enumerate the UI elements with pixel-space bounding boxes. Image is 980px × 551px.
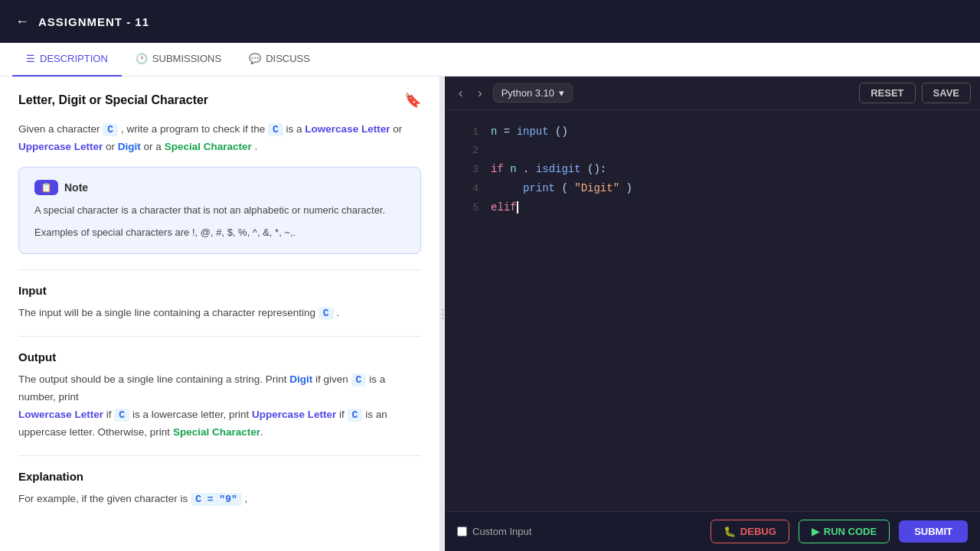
digit-link[interactable]: Digit xyxy=(118,141,141,152)
discuss-icon: 💬 xyxy=(249,53,261,64)
submissions-icon: 🕐 xyxy=(136,53,148,64)
out-t1: The output should be a single line conta… xyxy=(18,373,286,385)
or1-text: or xyxy=(393,123,402,135)
divider-2 xyxy=(18,336,421,337)
debug-icon: 🐛 xyxy=(724,526,736,537)
code-line-4: 4 print ( "Digit" ) xyxy=(445,179,980,198)
tab-description[interactable]: ☰ DESCRIPTION xyxy=(12,43,122,77)
bookmark-icon[interactable]: 🔖 xyxy=(404,92,421,109)
input-title: Input xyxy=(18,284,421,297)
special-character-link[interactable]: Special Character xyxy=(165,141,252,152)
custom-input-text: Custom Input xyxy=(472,526,531,537)
tab-submissions-label: SUBMISSIONS xyxy=(152,53,221,64)
back-button[interactable]: ← xyxy=(15,14,29,30)
output-section: Output The output should be a single lin… xyxy=(18,350,421,442)
line-num-4: 4 xyxy=(457,180,479,197)
code-editor[interactable]: 1 n = input () 2 3 if n . isdigit xyxy=(445,110,980,511)
line-num-2: 2 xyxy=(457,142,479,159)
input-suffix: . xyxy=(336,307,339,318)
code-line-5: 5 elif xyxy=(445,198,980,217)
submit-button[interactable]: SUBMIT xyxy=(899,520,968,543)
language-selector[interactable]: Python 3.10 ▾ xyxy=(493,83,573,103)
c-var-2: C xyxy=(268,123,283,136)
line-num-3: 3 xyxy=(457,161,479,178)
bottom-bar: Custom Input 🐛 DEBUG ▶ RUN CODE SUBMIT xyxy=(445,511,980,551)
save-button[interactable]: SAVE xyxy=(922,83,971,103)
explanation-title: Explanation xyxy=(18,470,421,483)
out-c2: C xyxy=(114,409,129,422)
divider-1 xyxy=(18,269,421,270)
editor-next-button[interactable]: › xyxy=(473,85,486,102)
topbar: ← ASSIGNMENT - 11 xyxy=(0,0,980,43)
or-a-text: or a xyxy=(144,141,162,152)
line-num-5: 5 xyxy=(457,199,479,217)
right-panel: ‹ › Python 3.10 ▾ RESET SAVE 1 n = input… xyxy=(445,77,980,551)
custom-input-label[interactable]: Custom Input xyxy=(457,526,531,537)
explanation-text: For example, if the given character is C… xyxy=(18,491,421,508)
left-panel: Letter, Digit or Special Character 🔖 Giv… xyxy=(0,77,440,551)
c-var-1: C xyxy=(103,123,118,136)
chevron-down-icon: ▾ xyxy=(559,87,564,99)
reset-button[interactable]: RESET xyxy=(859,83,915,103)
problem-title-row: Letter, Digit or Special Character 🔖 xyxy=(18,92,421,109)
out-c1: C xyxy=(351,373,367,386)
debug-label: DEBUG xyxy=(740,526,776,537)
editor-cursor xyxy=(517,201,518,214)
line-content-1: n = input () xyxy=(491,122,568,142)
out-t8: . xyxy=(260,426,263,438)
out-special: Special Character xyxy=(173,426,260,438)
note-title: Note xyxy=(64,181,88,194)
line-num-1: 1 xyxy=(457,123,479,141)
description-icon: ☰ xyxy=(26,53,35,64)
out-t5: is a lowercase letter, print xyxy=(132,409,249,420)
tab-discuss-label: DISCUSS xyxy=(266,53,310,64)
out-t2: if given xyxy=(315,373,348,385)
input-prefix: The input will be a single line containi… xyxy=(18,307,315,318)
run-icon: ▶ xyxy=(812,526,819,537)
language-label: Python 3.10 xyxy=(501,87,554,99)
note-icon: 📋 xyxy=(34,180,58,195)
tab-discuss[interactable]: 💬 DISCUSS xyxy=(235,43,324,77)
note-text-2: Examples of special characters are !, @,… xyxy=(34,225,405,241)
out-lowercase: Lowercase Letter xyxy=(18,409,103,420)
line-content-3: if n . isdigit (): xyxy=(491,160,606,179)
exp-comma: , xyxy=(245,493,248,504)
out-t4: if xyxy=(106,409,112,420)
assignment-title: ASSIGNMENT - 11 xyxy=(38,15,149,28)
is-a-text: is a xyxy=(286,123,302,135)
or2-text: or xyxy=(106,141,115,152)
divider-3 xyxy=(18,455,421,456)
exp-c-var: C = "9" xyxy=(191,493,242,506)
run-label: RUN CODE xyxy=(824,526,877,537)
input-section: Input The input will be a single line co… xyxy=(18,284,421,322)
custom-input-checkbox[interactable] xyxy=(457,527,467,536)
uppercase-letter-link[interactable]: Uppercase Letter xyxy=(18,141,103,152)
tab-description-label: DESCRIPTION xyxy=(40,53,108,64)
problem-title-text: Letter, Digit or Special Character xyxy=(18,93,208,107)
editor-prev-button[interactable]: ‹ xyxy=(454,85,467,102)
problem-description: Given a character C , write a program to… xyxy=(18,121,421,156)
desc-middle: , write a program to check if the xyxy=(121,123,265,135)
out-t6: if xyxy=(339,409,345,420)
note-header: 📋 Note xyxy=(34,180,405,195)
output-text: The output should be a single line conta… xyxy=(18,371,421,442)
code-line-3: 3 if n . isdigit (): xyxy=(445,160,980,179)
desc-prefix: Given a character xyxy=(18,123,100,135)
debug-button[interactable]: 🐛 DEBUG xyxy=(710,520,789,543)
run-code-button[interactable]: ▶ RUN CODE xyxy=(799,520,890,543)
out-uppercase: Uppercase Letter xyxy=(252,409,336,420)
main-layout: Letter, Digit or Special Character 🔖 Giv… xyxy=(0,77,980,551)
line-content-5: elif xyxy=(491,198,518,217)
out-digit: Digit xyxy=(289,373,312,385)
explanation-section: Explanation For example, if the given ch… xyxy=(18,470,421,508)
input-text: The input will be a single line containi… xyxy=(18,305,421,322)
code-line-1: 1 n = input () xyxy=(445,122,980,142)
tab-bar: ☰ DESCRIPTION 🕐 SUBMISSIONS 💬 DISCUSS xyxy=(0,43,980,77)
editor-toolbar: ‹ › Python 3.10 ▾ RESET SAVE xyxy=(445,77,980,110)
out-c3: C xyxy=(348,409,363,422)
lowercase-letter-link[interactable]: Lowercase Letter xyxy=(305,123,390,135)
note-box: 📋 Note A special character is a characte… xyxy=(18,167,421,254)
output-title: Output xyxy=(18,350,421,364)
tab-submissions[interactable]: 🕐 SUBMISSIONS xyxy=(122,43,235,77)
note-text-1: A special character is a character that … xyxy=(34,203,405,219)
